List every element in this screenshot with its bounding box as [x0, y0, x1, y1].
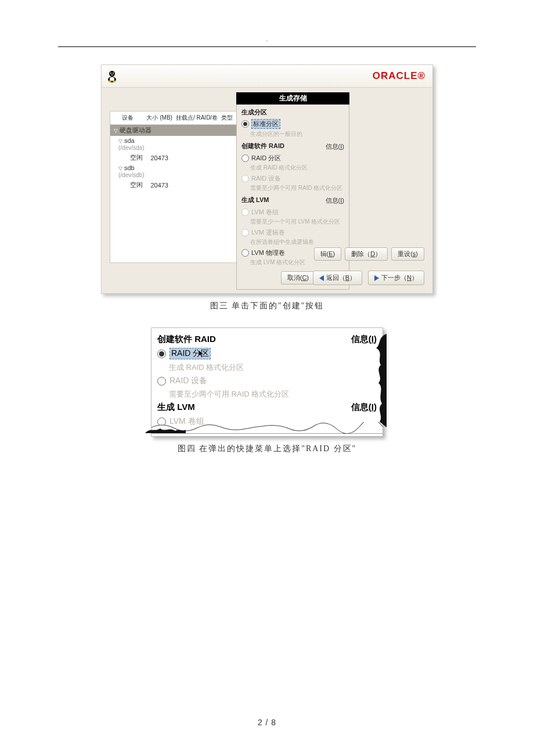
svg-point-6: [113, 81, 116, 82]
svg-point-0: [109, 71, 115, 77]
option-lvm-vg: LVM 卷组: [241, 208, 344, 217]
svg-point-2: [110, 77, 114, 81]
radio-icon: [241, 120, 249, 128]
radio-icon: [157, 377, 166, 386]
radio-icon: [241, 175, 249, 182]
popup-title: 生成存储: [236, 92, 349, 105]
radio-icon: [241, 208, 249, 216]
col-device: 设备: [110, 111, 145, 125]
hint-raid-device: 需要至少两个可用 RAID 格式化分区: [169, 389, 377, 399]
fig4-caption: 图四 在弹出的快捷菜单上选择"RAID 分区": [58, 444, 476, 454]
section-create-lvm: 生成 LVM: [241, 196, 269, 204]
torn-edge-icon: [151, 427, 383, 437]
section-create-raid: 创建软件 RAID: [241, 142, 284, 150]
info-lvm-link[interactable]: 信息(I): [351, 402, 377, 413]
option-raid-device: RAID 设备: [241, 174, 344, 183]
reset-button[interactable]: 重设(s): [391, 247, 424, 261]
col-mount: 挂载点/ RAID/卷: [174, 111, 219, 125]
delete-button[interactable]: 删除（D）: [345, 247, 388, 261]
radio-icon: [241, 154, 249, 162]
header-dot: .: [266, 36, 268, 42]
cancel-button[interactable]: 取消(C): [281, 271, 315, 285]
cursor-icon: [198, 350, 206, 361]
table-row[interactable]: 空闲20473: [110, 179, 244, 190]
screenshot-fig4: 创建软件 RAID 信息(I) RAID 分区 生成 RAID 格式化分区 RA…: [151, 327, 383, 437]
option-raid-device: RAID 设备: [157, 376, 377, 386]
section-create-partition: 生成分区: [241, 108, 344, 117]
edit-button[interactable]: 辑(E): [314, 247, 342, 261]
option-standard-partition[interactable]: 标准分区: [241, 119, 344, 129]
next-button[interactable]: 下一步（N）: [368, 271, 424, 285]
svg-point-4: [113, 73, 114, 74]
device-table-panel: 设备 大小 (MB) 挂载点/ RAID/卷 类型 格 ▽硬盘驱动器 ▽sda …: [110, 111, 241, 263]
hint-raid-device: 需要至少两个可用 RAID 格式化分区: [250, 184, 344, 192]
tux-logo-icon: [105, 69, 119, 83]
hint-raid-partition: 生成 RAID 格式化分区: [169, 362, 377, 373]
oracle-brand: ORACLE®: [373, 70, 425, 82]
col-size: 大小 (MB): [145, 111, 174, 125]
table-row[interactable]: ▽sda (/dev/sda): [110, 136, 244, 152]
back-button[interactable]: 返回（B）: [313, 271, 362, 285]
radio-icon: [157, 350, 166, 358]
radio-icon: [241, 249, 249, 257]
info-lvm-link[interactable]: 信息(I): [326, 196, 344, 205]
option-lvm-lv: LVM 逻辑卷: [241, 228, 344, 237]
section-create-lvm: 生成 LVM: [157, 402, 195, 413]
screenshot-fig3: ORACLE® 设备 大小 (MB) 挂载点/ RAID/卷 类型 格: [101, 64, 433, 294]
info-raid-link[interactable]: 信息(I): [351, 334, 377, 345]
option-raid-partition[interactable]: RAID 分区: [241, 154, 344, 163]
page-header-line: [58, 46, 476, 47]
section-create-raid: 创建软件 RAID: [157, 334, 216, 345]
table-row[interactable]: 空闲20473: [110, 152, 244, 163]
radio-icon: [241, 229, 249, 236]
page-number: 2 / 8: [258, 718, 276, 727]
fig3-caption: 图三 单击下面的"创建"按钮: [58, 301, 476, 311]
table-row[interactable]: ▽sdb (/dev/sdb): [110, 163, 244, 179]
hint-raid-partition: 生成 RAID 格式化分区: [250, 164, 344, 172]
group-harddrives[interactable]: ▽硬盘驱动器: [110, 125, 244, 136]
info-raid-link[interactable]: 信息(I): [326, 142, 344, 151]
window-header: ORACLE®: [102, 65, 432, 88]
col-type: 类型: [219, 111, 234, 125]
arrow-left-icon: [319, 275, 324, 281]
arrow-right-icon: [374, 275, 379, 281]
option-raid-partition[interactable]: RAID 分区: [157, 348, 377, 359]
hint-standard: 生成分区的一般目的: [250, 130, 344, 138]
svg-point-5: [108, 81, 111, 82]
hint-lvm-vg: 需要至少一个可用 LVM 格式化分区: [250, 218, 344, 226]
hint-lvm-lv: 在所选卷组中生成逻辑卷: [250, 238, 344, 246]
svg-point-3: [110, 73, 111, 74]
